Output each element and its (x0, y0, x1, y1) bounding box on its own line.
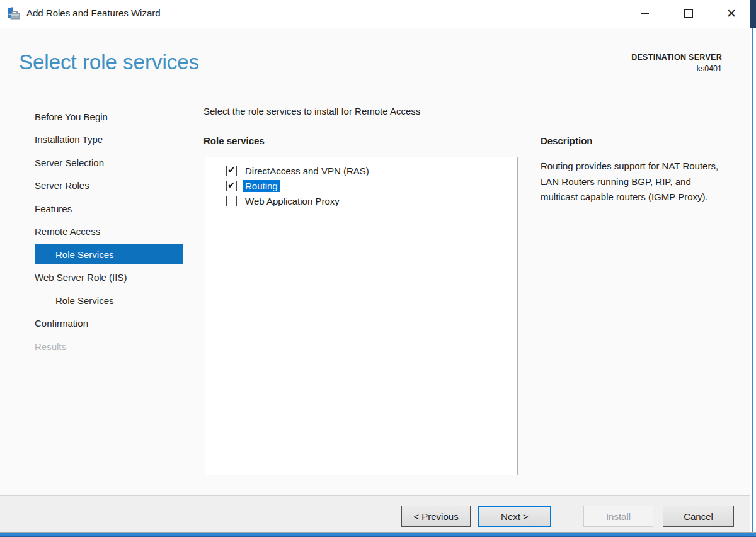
screen: Add Roles and Features Wizard ✕ Select r… (0, 0, 756, 537)
window-title: Add Roles and Features Wizard (26, 8, 161, 18)
next-button[interactable]: Next > (478, 506, 551, 527)
directaccess-checkbox[interactable] (226, 166, 237, 176)
wizard-window: Add Roles and Features Wizard ✕ Select r… (0, 0, 750, 532)
service-row-web-application-proxy[interactable]: Web Application Proxy (226, 193, 517, 208)
nav-web-server-role-iis[interactable]: Web Server Role (IIS) (19, 266, 183, 290)
wizard-steps-nav: Before You Begin Installation Type Serve… (19, 105, 183, 358)
minimize-button[interactable] (630, 3, 659, 24)
nav-installation-type[interactable]: Installation Type (19, 128, 183, 152)
page-title: Select role services (19, 50, 199, 74)
directaccess-label[interactable]: DirectAccess and VPN (RAS) (245, 166, 369, 176)
service-row-routing[interactable]: Routing (226, 178, 517, 193)
previous-button[interactable]: < Previous (401, 506, 471, 527)
nav-server-roles[interactable]: Server Roles (19, 174, 183, 198)
nav-results: Results (19, 335, 183, 358)
routing-label[interactable]: Routing (243, 180, 280, 192)
nav-role-services-iis[interactable]: Role Services (19, 289, 183, 312)
background-window-edge-right (752, 28, 753, 537)
install-button: Install (583, 506, 653, 527)
web-application-proxy-checkbox[interactable] (226, 196, 237, 206)
role-services-listbox[interactable]: DirectAccess and VPN (RAS) Routing Web A… (205, 157, 518, 475)
role-services-list-title: Role services (203, 135, 265, 146)
destination-server-block: DESTINATION SERVER ks0401 (631, 53, 722, 73)
destination-server-label: DESTINATION SERVER (631, 53, 722, 62)
wizard-app-icon (6, 6, 23, 22)
description-heading: Description (541, 135, 593, 146)
routing-checkbox[interactable] (226, 181, 237, 191)
sidebar-divider (183, 104, 183, 480)
background-window-edge-bottom (0, 532, 756, 537)
service-row-directaccess[interactable]: DirectAccess and VPN (RAS) (226, 163, 517, 178)
nav-before-you-begin[interactable]: Before You Begin (19, 105, 183, 128)
description-text: Routing provides support for NAT Routers… (541, 159, 731, 205)
nav-remote-access[interactable]: Remote Access (19, 220, 183, 244)
nav-confirmation[interactable]: Confirmation (19, 312, 183, 336)
web-application-proxy-label[interactable]: Web Application Proxy (245, 196, 340, 206)
nav-features[interactable]: Features (19, 197, 183, 220)
background-window-edge-top (750, 0, 756, 28)
nav-server-selection[interactable]: Server Selection (19, 151, 183, 174)
title-bar: Add Roles and Features Wizard ✕ (0, 0, 750, 28)
destination-server-name: ks0401 (631, 64, 722, 73)
nav-role-services-remote-access[interactable]: Role Services (35, 244, 183, 264)
instruction-text: Select the role services to install for … (203, 106, 420, 116)
maximize-icon (684, 9, 693, 18)
minimize-icon (641, 13, 649, 14)
cancel-button[interactable]: Cancel (663, 506, 734, 527)
maximize-button[interactable] (673, 3, 702, 24)
close-button[interactable]: ✕ (717, 3, 746, 24)
close-icon: ✕ (726, 8, 736, 20)
